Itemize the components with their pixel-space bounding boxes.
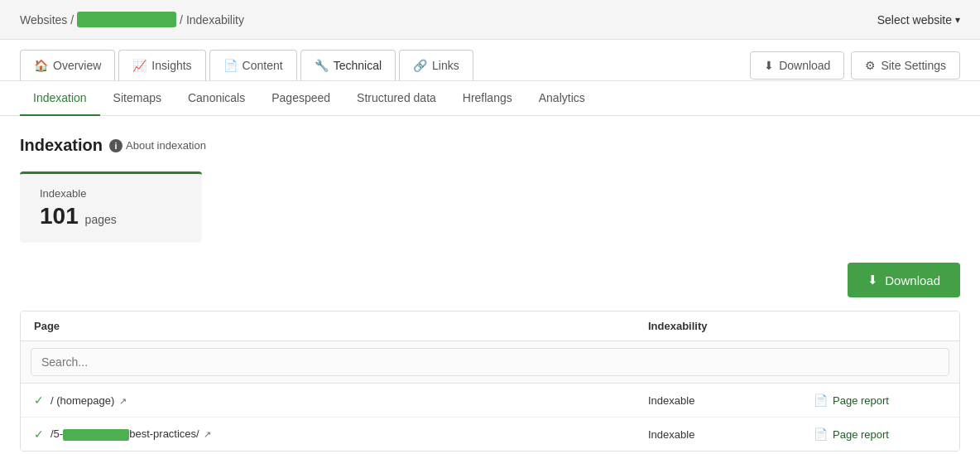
download-button-label: Download — [885, 273, 940, 287]
tab-content-label: Content — [243, 59, 283, 72]
sub-nav-indexation[interactable]: Indexation — [20, 81, 100, 116]
external-link-icon-2[interactable]: ↗ — [204, 429, 211, 439]
page-content: Indexation i About indexation Indexable … — [0, 116, 980, 454]
site-settings-button[interactable]: ⚙ Site Settings — [851, 51, 960, 80]
external-link-icon-1[interactable]: ↗ — [119, 396, 127, 406]
indexability-cell-1: Indexable — [648, 394, 814, 407]
tab-overview[interactable]: 🏠 Overview — [20, 50, 115, 80]
page-cell-2: ✓ /5- best-practices/ ↗ — [34, 427, 648, 441]
redacted-url-segment — [63, 429, 129, 441]
chevron-down-icon: ▾ — [955, 14, 960, 26]
sub-nav: Indexation Sitemaps Canonicals Pagespeed… — [0, 81, 980, 116]
section-header: Indexation i About indexation — [20, 136, 960, 155]
home-icon: 🏠 — [34, 59, 48, 72]
select-website-dropdown[interactable]: Select website ▾ — [877, 13, 960, 27]
tab-links[interactable]: 🔗 Links — [399, 50, 473, 80]
breadcrumb-website-name — [77, 12, 176, 27]
breadcrumb-websites: Websites / — [20, 13, 74, 27]
indexable-stats-card: Indexable 101 pages — [20, 171, 202, 243]
section-title: Indexation — [20, 136, 103, 155]
column-action — [814, 320, 946, 332]
download-icon-top: ⬇ — [764, 59, 774, 72]
search-row — [21, 341, 959, 384]
technical-icon: 🔧 — [315, 59, 329, 72]
about-indexation-label: About indexation — [126, 139, 206, 152]
search-input[interactable] — [31, 348, 949, 376]
table-header: Page Indexability — [21, 312, 959, 341]
stats-label: Indexable — [40, 187, 182, 200]
check-icon-2: ✓ — [34, 427, 44, 441]
stats-value: 101 — [40, 203, 79, 229]
site-settings-label: Site Settings — [881, 59, 946, 72]
breadcrumb: Websites / / Indexability — [20, 12, 244, 27]
check-icon-1: ✓ — [34, 394, 44, 407]
doc-icon-1: 📄 — [814, 394, 828, 407]
indexation-table: Page Indexability ✓ / (homepage) ↗ Index… — [20, 311, 960, 452]
sub-nav-canonicals[interactable]: Canonicals — [175, 81, 258, 116]
download-area: ⬇ Download — [20, 263, 960, 297]
main-nav-tabs: 🏠 Overview 📈 Insights 📄 Content 🔧 Techni… — [20, 50, 473, 80]
main-nav-actions: ⬇ Download ⚙ Site Settings — [750, 51, 960, 80]
indexability-cell-2: Indexable — [648, 428, 814, 441]
top-bar: Websites / / Indexability Select website… — [0, 0, 980, 40]
page-report-link-1[interactable]: Page report — [833, 394, 889, 407]
content-icon: 📄 — [223, 59, 238, 72]
download-button-top-label: Download — [779, 59, 830, 72]
tab-links-label: Links — [432, 59, 459, 72]
page-report-link-2[interactable]: Page report — [833, 428, 889, 441]
tab-content[interactable]: 📄 Content — [209, 50, 297, 80]
page-report-cell-1: 📄 Page report — [814, 394, 946, 407]
about-indexation-link[interactable]: i About indexation — [109, 139, 206, 152]
sub-nav-pagespeed[interactable]: Pagespeed — [258, 81, 343, 116]
sub-nav-structured-data[interactable]: Structured data — [343, 81, 449, 116]
tab-insights-label: Insights — [151, 59, 191, 72]
doc-icon-2: 📄 — [814, 427, 828, 441]
sub-nav-analytics[interactable]: Analytics — [526, 81, 598, 116]
page-url-2: /5- best-practices/ ↗ — [50, 427, 211, 441]
tab-insights[interactable]: 📈 Insights — [118, 50, 205, 80]
select-website-label: Select website — [877, 13, 952, 27]
tab-technical[interactable]: 🔧 Technical — [300, 50, 396, 80]
page-report-cell-2: 📄 Page report — [814, 427, 946, 441]
table-row: ✓ / (homepage) ↗ Indexable 📄 Page report — [21, 384, 959, 418]
insights-icon: 📈 — [132, 59, 147, 72]
tab-overview-label: Overview — [53, 59, 101, 72]
download-button-top[interactable]: ⬇ Download — [750, 51, 844, 80]
download-button[interactable]: ⬇ Download — [848, 263, 960, 297]
links-icon: 🔗 — [413, 59, 427, 72]
download-icon: ⬇ — [867, 273, 878, 287]
stats-unit: pages — [85, 213, 117, 226]
column-page: Page — [34, 320, 648, 332]
page-url-1: / (homepage) ↗ — [50, 394, 127, 407]
sub-nav-sitemaps[interactable]: Sitemaps — [100, 81, 175, 116]
column-indexability: Indexability — [648, 320, 814, 332]
gear-icon: ⚙ — [865, 59, 876, 72]
sub-nav-hreflangs[interactable]: Hreflangs — [449, 81, 526, 116]
table-row: ✓ /5- best-practices/ ↗ Indexable 📄 Page… — [21, 418, 959, 451]
page-cell-1: ✓ / (homepage) ↗ — [34, 394, 648, 407]
breadcrumb-indexability: / Indexability — [180, 13, 244, 27]
main-nav: 🏠 Overview 📈 Insights 📄 Content 🔧 Techni… — [0, 40, 980, 81]
tab-technical-label: Technical — [334, 59, 382, 72]
info-icon: i — [109, 139, 122, 152]
